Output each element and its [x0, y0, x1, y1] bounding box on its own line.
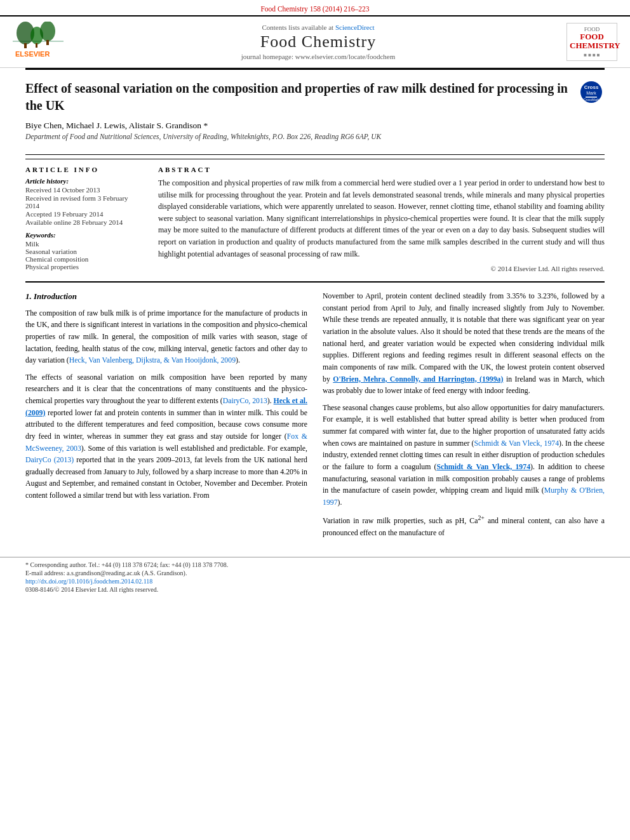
journal-homepage: journal homepage: www.elsevier.com/locat… [70, 53, 566, 60]
corresponding-note: * Corresponding author. Tel.: +44 (0) 11… [25, 561, 605, 568]
article-title-area: Effect of seasonal variation on the comp… [25, 80, 570, 147]
sciencedirect-link: Contents lists available at ScienceDirec… [70, 23, 566, 31]
sciencedirect-anchor[interactable]: ScienceDirect [335, 23, 375, 31]
keywords-label: Keywords: [25, 231, 143, 239]
keyword-1: Milk [25, 240, 143, 248]
ref-heck-2009[interactable]: Heck, Van Valenberg, Dijkstra, & Van Hoo… [69, 356, 236, 364]
available-date: Available online 28 February 2014 [25, 218, 143, 226]
journal-header: ELSEVIER Contents lists available at Sci… [0, 15, 630, 68]
doi-link[interactable]: http://dx.doi.org/10.1016/j.foodchem.201… [25, 578, 152, 585]
header-center: Contents lists available at ScienceDirec… [70, 23, 566, 60]
ref-dairyco-2013[interactable]: DairyCo, 2013 [223, 396, 267, 405]
article-info: ARTICLE INFO Article history: Received 1… [25, 166, 143, 272]
ref-obrien-1999a[interactable]: O'Brien, Mehra, Connolly, and Harrington… [333, 375, 503, 383]
history-label: Article history: [25, 177, 143, 185]
ref-schmidt-1974[interactable]: Schmidt & Van Vleck, 1974 [474, 439, 560, 448]
svg-text:Cross: Cross [584, 84, 599, 90]
svg-text:Mark: Mark [586, 91, 596, 95]
right-para2: These seasonal changes cause problems, b… [323, 402, 605, 509]
copyright: © 2014 Elsevier Ltd. All rights reserved… [158, 265, 605, 272]
revised-date: Received in revised form 3 February 2014 [25, 194, 143, 210]
svg-text:CrossMark: CrossMark [584, 98, 600, 102]
ref-murphy-1997[interactable]: Murphy & O'Brien, 1997 [323, 486, 605, 507]
journal-citation: Food Chemistry 158 (2014) 216–223 [0, 0, 630, 15]
elsevier-logo: ELSEVIER [13, 22, 70, 62]
journal-title: Food Chemistry [70, 32, 566, 51]
email-note: E-mail address: a.s.grandison@reading.ac… [25, 570, 605, 577]
svg-rect-5 [24, 43, 27, 48]
body-right-col: November to April, protein content decli… [323, 290, 605, 543]
article-title: Effect of seasonal variation on the comp… [25, 80, 570, 114]
right-para1: November to April, protein content decli… [323, 290, 605, 397]
info-abstract-section: ARTICLE INFO Article history: Received 1… [25, 159, 605, 272]
keyword-4: Physical properties [25, 263, 143, 270]
accepted-date: Accepted 19 February 2014 [25, 210, 143, 218]
ref-fox-2003[interactable]: Fox & McSweeney, 2003 [25, 432, 307, 453]
intro-heading: 1. Introduction [25, 290, 307, 303]
body-left-col: 1. Introduction The composition of raw b… [25, 290, 307, 543]
issn-line: 0308-8146/© 2014 Elsevier Ltd. All right… [25, 586, 605, 593]
svg-point-4 [40, 22, 55, 41]
article-info-heading: ARTICLE INFO [25, 166, 143, 173]
abstract-section: ABSTRACT The composition and physical pr… [158, 166, 605, 272]
body-section: 1. Introduction The composition of raw b… [25, 281, 605, 543]
doi-line: http://dx.doi.org/10.1016/j.foodchem.201… [25, 578, 605, 585]
food-chemistry-logo: FOOD FOODCHEMISTRY ■ ■ ■ ■ [566, 23, 617, 62]
affiliation: Department of Food and Nutritional Scien… [25, 133, 570, 140]
received-date: Received 14 October 2013 [25, 186, 143, 194]
keywords-section: Keywords: Milk Seasonal variation Chemic… [25, 231, 143, 270]
citation-text: Food Chemistry 158 (2014) 216–223 [260, 5, 369, 13]
right-para3: Variation in raw milk properties, such a… [323, 513, 605, 538]
svg-text:ELSEVIER: ELSEVIER [15, 50, 50, 58]
crossmark-badge: Cross Mark CrossMark [579, 80, 605, 107]
abstract-text: The composition and physical properties … [158, 177, 605, 260]
keyword-2: Seasonal variation [25, 248, 143, 255]
keyword-3: Chemical composition [25, 255, 143, 263]
main-content: Effect of seasonal variation on the comp… [0, 68, 630, 544]
ref-schmidt-1974b[interactable]: Schmidt & Van Vleck, 1974 [436, 462, 530, 471]
ref-dairyco2[interactable]: DairyCo (2013) [25, 455, 74, 464]
svg-rect-6 [36, 43, 37, 48]
intro-para1: The composition of raw bulk milk is of p… [25, 307, 307, 366]
article-title-section: Effect of seasonal variation on the comp… [25, 68, 605, 155]
svg-rect-7 [46, 40, 49, 45]
authors: Biye Chen, Michael J. Lewis, Alistair S.… [25, 121, 570, 131]
page-footer: * Corresponding author. Tel.: +44 (0) 11… [0, 557, 630, 598]
abstract-heading: ABSTRACT [158, 166, 605, 173]
intro-para2: The effects of seasonal variation on mil… [25, 371, 307, 502]
